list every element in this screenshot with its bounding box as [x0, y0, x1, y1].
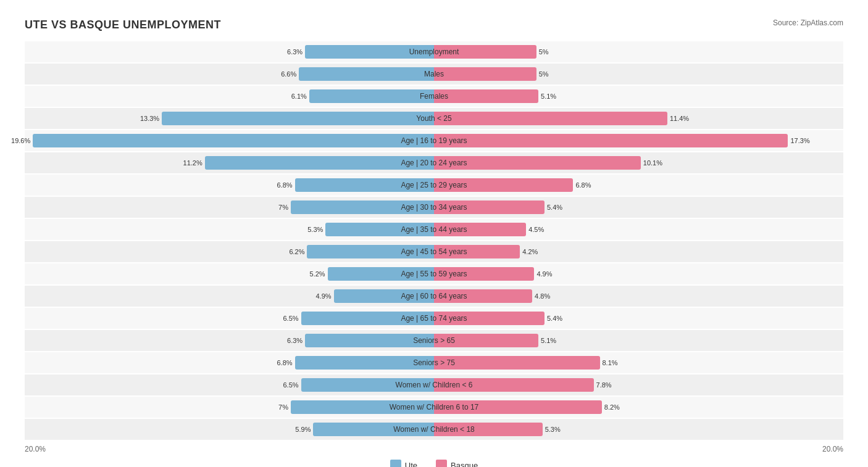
ute-bar — [295, 178, 434, 192]
basque-value: 5.3% — [543, 426, 561, 433]
bar-row: 6.2%4.2%Age | 45 to 54 years — [25, 241, 843, 262]
basque-bar — [434, 334, 538, 347]
basque-bar — [434, 289, 532, 303]
legend-item-ute: Ute — [390, 460, 417, 467]
left-section: 7% — [25, 397, 434, 418]
basque-bar — [434, 267, 534, 281]
ute-bar — [295, 356, 434, 370]
ute-value: 6.6% — [281, 70, 299, 78]
ute-value: 5.2% — [310, 270, 328, 278]
basque-value: 5% — [536, 70, 549, 78]
bar-row: 6.8%6.8%Age | 25 to 29 years — [25, 175, 843, 196]
basque-value: 8.1% — [600, 359, 618, 366]
left-section: 11.2% — [25, 152, 434, 173]
ute-value: 19.6% — [11, 137, 33, 144]
legend-box-ute — [390, 460, 401, 467]
axis-row: 20.0% 20.0% — [25, 445, 843, 453]
axis-left: 20.0% — [25, 445, 46, 453]
left-section: 5.3% — [25, 219, 434, 240]
ute-bar — [291, 200, 434, 214]
ute-value: 5.3% — [307, 226, 325, 233]
bar-row: 6.5%7.8%Women w/ Children < 6 — [25, 374, 843, 395]
left-section: 19.6% — [25, 130, 434, 151]
left-section: 6.1% — [25, 86, 434, 107]
ute-bar — [299, 67, 434, 81]
basque-bar — [434, 112, 667, 125]
bar-row: 5.9%5.3%Women w/ Children < 18 — [25, 419, 843, 440]
right-section: 6.8% — [434, 175, 843, 196]
basque-bar — [434, 45, 536, 59]
ute-bar — [291, 400, 434, 414]
bar-row: 13.3%11.4%Youth < 25 — [25, 108, 843, 129]
basque-value: 5.1% — [538, 93, 556, 100]
right-section: 5.4% — [434, 197, 843, 218]
left-section: 13.3% — [25, 108, 434, 129]
right-section: 4.5% — [434, 219, 843, 240]
left-section: 6.5% — [25, 374, 434, 395]
right-section: 5.3% — [434, 419, 843, 440]
left-section: 6.5% — [25, 308, 434, 329]
left-section: 6.8% — [25, 352, 434, 373]
basque-value: 5% — [536, 48, 549, 56]
ute-value: 13.3% — [140, 115, 162, 122]
ute-bar — [33, 134, 434, 147]
basque-bar — [434, 156, 641, 170]
basque-bar — [434, 89, 538, 103]
ute-value: 11.2% — [183, 159, 205, 167]
ute-bar — [328, 267, 434, 281]
basque-value: 6.8% — [573, 181, 591, 189]
right-section: 5.4% — [434, 308, 843, 329]
basque-bar — [434, 178, 573, 192]
ute-bar — [205, 156, 434, 170]
basque-bar — [434, 223, 526, 236]
basque-value: 17.3% — [788, 137, 809, 144]
chart-source: Source: ZipAtlas.com — [773, 19, 843, 27]
legend-item-basque: Basque — [436, 460, 478, 467]
ute-bar — [305, 334, 434, 347]
ute-value: 5.9% — [295, 426, 313, 433]
basque-value: 5.4% — [545, 315, 562, 322]
left-section: 5.2% — [25, 263, 434, 284]
ute-value: 6.5% — [283, 381, 301, 389]
bar-row: 7%8.2%Women w/ Children 6 to 17 — [25, 397, 843, 418]
legend-box-basque — [436, 460, 447, 467]
ute-bar — [162, 112, 434, 125]
ute-value: 6.5% — [283, 315, 301, 322]
chart-header: UTE VS BASQUE UNEMPLOYMENT Source: ZipAt… — [25, 19, 843, 31]
right-section: 7.8% — [434, 374, 843, 395]
left-section: 6.8% — [25, 175, 434, 196]
left-section: 6.2% — [25, 241, 434, 262]
right-section: 5.1% — [434, 330, 843, 351]
bar-row: 7%5.4%Age | 30 to 34 years — [25, 197, 843, 218]
bar-row: 6.6%5%Males — [25, 64, 843, 85]
basque-value: 4.2% — [520, 248, 538, 255]
legend: Ute Basque — [25, 460, 843, 467]
legend-label-basque: Basque — [451, 461, 478, 468]
basque-value: 5.1% — [538, 337, 556, 344]
right-section: 5.1% — [434, 86, 843, 107]
right-section: 8.1% — [434, 352, 843, 373]
ute-bar — [301, 378, 434, 392]
basque-bar — [434, 245, 520, 258]
bar-row: 19.6%17.3%Age | 16 to 19 years — [25, 130, 843, 151]
ute-bar — [334, 289, 434, 303]
basque-bar — [434, 134, 788, 147]
ute-value: 7% — [278, 204, 291, 211]
basque-value: 4.9% — [534, 270, 552, 278]
ute-value: 7% — [278, 403, 291, 411]
ute-bar — [309, 89, 434, 103]
basque-value: 11.4% — [667, 115, 689, 122]
right-section: 5% — [434, 41, 843, 62]
ute-bar — [325, 223, 434, 236]
ute-bar — [301, 312, 434, 325]
basque-value: 4.5% — [526, 226, 544, 233]
basque-bar — [434, 67, 536, 81]
left-section: 7% — [25, 197, 434, 218]
ute-bar — [305, 45, 434, 59]
basque-value: 10.1% — [641, 159, 662, 167]
basque-bar — [434, 200, 545, 214]
ute-bar — [307, 245, 434, 258]
ute-value: 6.8% — [277, 359, 295, 366]
basque-value: 7.8% — [594, 381, 612, 389]
basque-bar — [434, 423, 543, 436]
